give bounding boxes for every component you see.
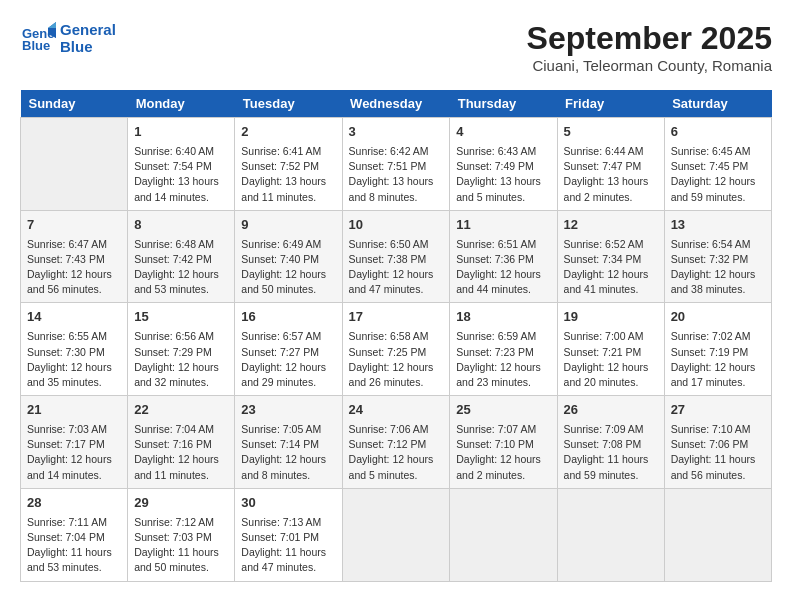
cell-content: Sunrise: 6:40 AMSunset: 7:54 PMDaylight:… xyxy=(134,144,228,205)
day-number: 26 xyxy=(564,401,658,420)
cell-content: Sunrise: 7:00 AMSunset: 7:21 PMDaylight:… xyxy=(564,329,658,390)
day-number: 11 xyxy=(456,216,550,235)
day-number: 1 xyxy=(134,123,228,142)
cell-content: Sunrise: 6:55 AMSunset: 7:30 PMDaylight:… xyxy=(27,329,121,390)
calendar-cell: 14Sunrise: 6:55 AMSunset: 7:30 PMDayligh… xyxy=(21,303,128,396)
calendar-cell: 21Sunrise: 7:03 AMSunset: 7:17 PMDayligh… xyxy=(21,396,128,489)
day-number: 9 xyxy=(241,216,335,235)
calendar-cell: 18Sunrise: 6:59 AMSunset: 7:23 PMDayligh… xyxy=(450,303,557,396)
calendar-cell: 27Sunrise: 7:10 AMSunset: 7:06 PMDayligh… xyxy=(664,396,771,489)
header-cell-friday: Friday xyxy=(557,90,664,118)
day-number: 16 xyxy=(241,308,335,327)
calendar-cell: 29Sunrise: 7:12 AMSunset: 7:03 PMDayligh… xyxy=(128,488,235,581)
cell-content: Sunrise: 6:50 AMSunset: 7:38 PMDaylight:… xyxy=(349,237,444,298)
cell-content: Sunrise: 6:43 AMSunset: 7:49 PMDaylight:… xyxy=(456,144,550,205)
calendar-cell: 11Sunrise: 6:51 AMSunset: 7:36 PMDayligh… xyxy=(450,210,557,303)
day-number: 23 xyxy=(241,401,335,420)
cell-content: Sunrise: 6:58 AMSunset: 7:25 PMDaylight:… xyxy=(349,329,444,390)
logo-text: General Blue xyxy=(60,21,116,55)
cell-content: Sunrise: 7:11 AMSunset: 7:04 PMDaylight:… xyxy=(27,515,121,576)
week-row-2: 7Sunrise: 6:47 AMSunset: 7:43 PMDaylight… xyxy=(21,210,772,303)
month-title: September 2025 xyxy=(527,20,772,57)
page-header: General Blue General Blue September 2025… xyxy=(20,20,772,74)
calendar-cell: 12Sunrise: 6:52 AMSunset: 7:34 PMDayligh… xyxy=(557,210,664,303)
svg-marker-3 xyxy=(48,22,56,28)
day-number: 10 xyxy=(349,216,444,235)
calendar-cell: 5Sunrise: 6:44 AMSunset: 7:47 PMDaylight… xyxy=(557,118,664,211)
calendar-cell: 16Sunrise: 6:57 AMSunset: 7:27 PMDayligh… xyxy=(235,303,342,396)
calendar-cell: 20Sunrise: 7:02 AMSunset: 7:19 PMDayligh… xyxy=(664,303,771,396)
cell-content: Sunrise: 6:57 AMSunset: 7:27 PMDaylight:… xyxy=(241,329,335,390)
calendar-cell: 4Sunrise: 6:43 AMSunset: 7:49 PMDaylight… xyxy=(450,118,557,211)
day-number: 15 xyxy=(134,308,228,327)
day-number: 5 xyxy=(564,123,658,142)
cell-content: Sunrise: 7:04 AMSunset: 7:16 PMDaylight:… xyxy=(134,422,228,483)
calendar-cell: 15Sunrise: 6:56 AMSunset: 7:29 PMDayligh… xyxy=(128,303,235,396)
cell-content: Sunrise: 6:48 AMSunset: 7:42 PMDaylight:… xyxy=(134,237,228,298)
svg-text:Blue: Blue xyxy=(22,38,50,53)
cell-content: Sunrise: 6:54 AMSunset: 7:32 PMDaylight:… xyxy=(671,237,765,298)
week-row-5: 28Sunrise: 7:11 AMSunset: 7:04 PMDayligh… xyxy=(21,488,772,581)
day-number: 2 xyxy=(241,123,335,142)
cell-content: Sunrise: 7:10 AMSunset: 7:06 PMDaylight:… xyxy=(671,422,765,483)
title-section: September 2025 Ciuani, Teleorman County,… xyxy=(527,20,772,74)
cell-content: Sunrise: 6:59 AMSunset: 7:23 PMDaylight:… xyxy=(456,329,550,390)
header-cell-sunday: Sunday xyxy=(21,90,128,118)
day-number: 4 xyxy=(456,123,550,142)
cell-content: Sunrise: 7:09 AMSunset: 7:08 PMDaylight:… xyxy=(564,422,658,483)
calendar-cell xyxy=(557,488,664,581)
calendar-cell: 22Sunrise: 7:04 AMSunset: 7:16 PMDayligh… xyxy=(128,396,235,489)
cell-content: Sunrise: 6:47 AMSunset: 7:43 PMDaylight:… xyxy=(27,237,121,298)
header-cell-monday: Monday xyxy=(128,90,235,118)
day-number: 21 xyxy=(27,401,121,420)
calendar-cell: 25Sunrise: 7:07 AMSunset: 7:10 PMDayligh… xyxy=(450,396,557,489)
day-number: 28 xyxy=(27,494,121,513)
calendar-cell: 24Sunrise: 7:06 AMSunset: 7:12 PMDayligh… xyxy=(342,396,450,489)
day-number: 30 xyxy=(241,494,335,513)
calendar-cell: 3Sunrise: 6:42 AMSunset: 7:51 PMDaylight… xyxy=(342,118,450,211)
calendar-cell: 26Sunrise: 7:09 AMSunset: 7:08 PMDayligh… xyxy=(557,396,664,489)
cell-content: Sunrise: 7:05 AMSunset: 7:14 PMDaylight:… xyxy=(241,422,335,483)
calendar-cell xyxy=(21,118,128,211)
cell-content: Sunrise: 7:13 AMSunset: 7:01 PMDaylight:… xyxy=(241,515,335,576)
calendar-cell xyxy=(450,488,557,581)
day-number: 29 xyxy=(134,494,228,513)
day-number: 6 xyxy=(671,123,765,142)
calendar-cell: 10Sunrise: 6:50 AMSunset: 7:38 PMDayligh… xyxy=(342,210,450,303)
calendar-table: SundayMondayTuesdayWednesdayThursdayFrid… xyxy=(20,90,772,582)
calendar-cell: 2Sunrise: 6:41 AMSunset: 7:52 PMDaylight… xyxy=(235,118,342,211)
calendar-cell: 6Sunrise: 6:45 AMSunset: 7:45 PMDaylight… xyxy=(664,118,771,211)
calendar-cell: 17Sunrise: 6:58 AMSunset: 7:25 PMDayligh… xyxy=(342,303,450,396)
day-number: 20 xyxy=(671,308,765,327)
week-row-1: 1Sunrise: 6:40 AMSunset: 7:54 PMDaylight… xyxy=(21,118,772,211)
cell-content: Sunrise: 6:45 AMSunset: 7:45 PMDaylight:… xyxy=(671,144,765,205)
header-cell-thursday: Thursday xyxy=(450,90,557,118)
location-title: Ciuani, Teleorman County, Romania xyxy=(527,57,772,74)
cell-content: Sunrise: 6:49 AMSunset: 7:40 PMDaylight:… xyxy=(241,237,335,298)
day-number: 8 xyxy=(134,216,228,235)
calendar-cell: 7Sunrise: 6:47 AMSunset: 7:43 PMDaylight… xyxy=(21,210,128,303)
cell-content: Sunrise: 6:51 AMSunset: 7:36 PMDaylight:… xyxy=(456,237,550,298)
calendar-cell: 23Sunrise: 7:05 AMSunset: 7:14 PMDayligh… xyxy=(235,396,342,489)
calendar-cell xyxy=(342,488,450,581)
day-number: 13 xyxy=(671,216,765,235)
header-cell-tuesday: Tuesday xyxy=(235,90,342,118)
cell-content: Sunrise: 6:41 AMSunset: 7:52 PMDaylight:… xyxy=(241,144,335,205)
day-number: 12 xyxy=(564,216,658,235)
logo: General Blue General Blue xyxy=(20,20,116,56)
day-number: 18 xyxy=(456,308,550,327)
calendar-cell: 8Sunrise: 6:48 AMSunset: 7:42 PMDaylight… xyxy=(128,210,235,303)
day-number: 17 xyxy=(349,308,444,327)
day-number: 19 xyxy=(564,308,658,327)
cell-content: Sunrise: 7:12 AMSunset: 7:03 PMDaylight:… xyxy=(134,515,228,576)
cell-content: Sunrise: 6:42 AMSunset: 7:51 PMDaylight:… xyxy=(349,144,444,205)
calendar-cell: 30Sunrise: 7:13 AMSunset: 7:01 PMDayligh… xyxy=(235,488,342,581)
cell-content: Sunrise: 7:07 AMSunset: 7:10 PMDaylight:… xyxy=(456,422,550,483)
calendar-cell: 19Sunrise: 7:00 AMSunset: 7:21 PMDayligh… xyxy=(557,303,664,396)
cell-content: Sunrise: 6:52 AMSunset: 7:34 PMDaylight:… xyxy=(564,237,658,298)
day-number: 24 xyxy=(349,401,444,420)
calendar-cell: 1Sunrise: 6:40 AMSunset: 7:54 PMDaylight… xyxy=(128,118,235,211)
day-number: 22 xyxy=(134,401,228,420)
header-cell-wednesday: Wednesday xyxy=(342,90,450,118)
calendar-cell: 28Sunrise: 7:11 AMSunset: 7:04 PMDayligh… xyxy=(21,488,128,581)
